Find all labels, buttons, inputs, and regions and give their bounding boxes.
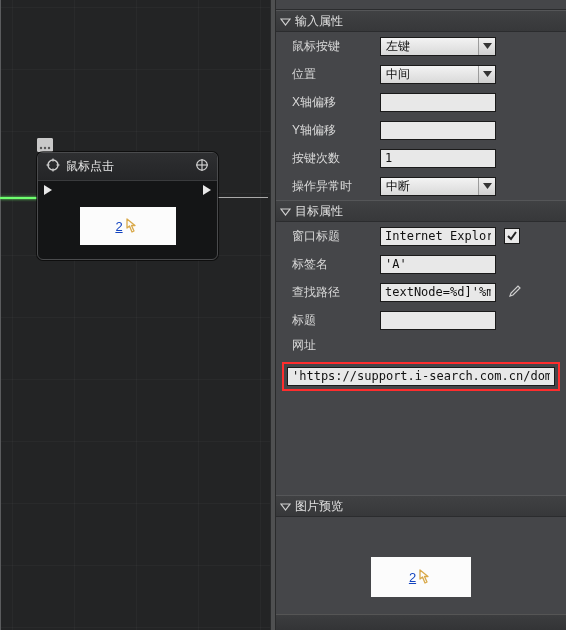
comment-tab-icon[interactable] xyxy=(37,138,53,152)
prop-row-find-path: 查找路径 xyxy=(276,278,566,306)
target-reticle-icon xyxy=(46,158,60,175)
section-header-target[interactable]: 目标属性 xyxy=(276,200,566,222)
input-field[interactable] xyxy=(381,94,495,111)
dropdown-arrow-icon[interactable] xyxy=(478,178,495,195)
expander-open-icon xyxy=(280,206,291,217)
crosshair-icon[interactable] xyxy=(195,158,209,175)
svg-point-3 xyxy=(48,147,50,149)
node-header[interactable]: 鼠标点击 xyxy=(38,153,217,181)
input-url[interactable] xyxy=(287,367,555,386)
port-in-icon[interactable] xyxy=(44,185,52,195)
section-title: 输入属性 xyxy=(295,13,343,30)
input-field[interactable] xyxy=(381,150,495,167)
combo-position[interactable]: 中间 xyxy=(380,65,496,84)
combo-mouse-button[interactable]: 左键 xyxy=(380,37,496,56)
prop-row-position: 位置 中间 xyxy=(276,60,566,88)
expander-open-icon xyxy=(280,16,291,27)
blank-area xyxy=(282,395,560,489)
input-x-offset[interactable] xyxy=(380,93,496,112)
properties-panel: 输入属性 鼠标按键 左键 位置 中间 X轴偏移 Y轴偏移 按键次数 操作异 xyxy=(276,0,566,630)
prop-label: 位置 xyxy=(292,66,372,83)
input-window-title[interactable] xyxy=(380,227,496,246)
prop-label: 标签名 xyxy=(292,256,372,273)
input-field[interactable] xyxy=(381,228,495,245)
input-field[interactable] xyxy=(288,368,554,385)
combo-on-exception[interactable]: 中断 xyxy=(380,177,496,196)
prop-row-title: 标题 xyxy=(276,306,566,334)
prop-label: 标题 xyxy=(292,312,372,329)
wire-incoming xyxy=(0,197,42,199)
prop-label: X轴偏移 xyxy=(292,94,372,111)
panel-top-strip xyxy=(276,0,566,10)
combo-value: 中断 xyxy=(381,178,478,195)
input-tag-name[interactable] xyxy=(380,255,496,274)
prop-row-y-offset: Y轴偏移 xyxy=(276,116,566,144)
prop-label: 按键次数 xyxy=(292,150,372,167)
status-bar xyxy=(276,614,566,630)
node-port-row xyxy=(38,181,217,201)
dropdown-arrow-icon[interactable] xyxy=(478,38,495,55)
input-y-offset[interactable] xyxy=(380,121,496,140)
svg-rect-0 xyxy=(37,138,53,152)
preview-thumbnail: 2 xyxy=(371,557,471,597)
node-preview-text: 2 xyxy=(115,219,122,234)
dropdown-arrow-icon[interactable] xyxy=(478,66,495,83)
svg-point-1 xyxy=(40,147,42,149)
prop-row-tag-name: 标签名 xyxy=(276,250,566,278)
combo-value: 左键 xyxy=(381,38,478,55)
prop-label: Y轴偏移 xyxy=(292,122,372,139)
node-thumbnail: 2 xyxy=(80,207,176,245)
prop-label: 鼠标按键 xyxy=(292,38,372,55)
prop-label: 网址 xyxy=(292,337,372,354)
input-find-path[interactable] xyxy=(380,283,496,302)
section-header-input[interactable]: 输入属性 xyxy=(276,10,566,32)
prop-row-window-title: 窗口标题 xyxy=(276,222,566,250)
section-title: 图片预览 xyxy=(295,498,343,515)
prop-row-press-count: 按键次数 xyxy=(276,144,566,172)
prop-label: 操作异常时 xyxy=(292,178,372,195)
expander-open-icon xyxy=(280,501,291,512)
section-header-preview[interactable]: 图片预览 xyxy=(276,495,566,517)
combo-value: 中间 xyxy=(381,66,478,83)
node-title: 鼠标点击 xyxy=(66,158,189,175)
input-field[interactable] xyxy=(381,284,495,301)
prop-row-mouse-button: 鼠标按键 左键 xyxy=(276,32,566,60)
wire-outgoing xyxy=(218,197,268,198)
graph-canvas[interactable]: 鼠标点击 2 xyxy=(0,0,270,630)
prop-row-url-label: 网址 xyxy=(276,334,566,356)
pencil-icon[interactable] xyxy=(508,284,522,301)
url-highlight-box xyxy=(282,362,560,391)
prop-label: 查找路径 xyxy=(292,284,372,301)
input-field[interactable] xyxy=(381,256,495,273)
preview-area: 2 xyxy=(276,517,566,614)
preview-text: 2 xyxy=(409,570,416,585)
svg-point-2 xyxy=(44,147,46,149)
prop-label: 窗口标题 xyxy=(292,228,372,245)
input-field[interactable] xyxy=(381,122,495,139)
input-field[interactable] xyxy=(381,312,495,329)
checkbox-window-title[interactable] xyxy=(504,228,520,244)
port-out-icon[interactable] xyxy=(203,185,211,195)
prop-row-on-exception: 操作异常时 中断 xyxy=(276,172,566,200)
section-title: 目标属性 xyxy=(295,203,343,220)
input-press-count[interactable] xyxy=(380,149,496,168)
node-mouse-click[interactable]: 鼠标点击 2 xyxy=(37,152,218,260)
input-title[interactable] xyxy=(380,311,496,330)
prop-row-x-offset: X轴偏移 xyxy=(276,88,566,116)
